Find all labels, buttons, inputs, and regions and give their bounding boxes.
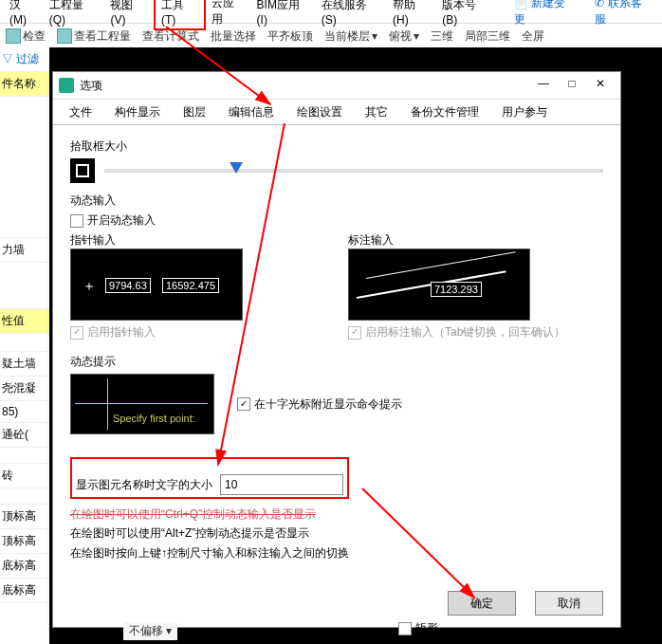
tab-drawsettings[interactable]: 绘图设置 <box>286 101 353 124</box>
left-row: 顶标高 <box>0 529 49 554</box>
menu-item[interactable]: 工程量(Q) <box>44 0 105 28</box>
tab-file[interactable]: 文件 <box>59 101 102 124</box>
pv2-num: 7123.293 <box>431 282 482 297</box>
tab-other[interactable]: 其它 <box>355 101 398 124</box>
left-row[interactable]: 性值 <box>0 309 49 334</box>
dynprompt-label: 动态提示 <box>70 354 603 370</box>
dyninput-label: 动态输入 <box>70 193 603 209</box>
tab-user[interactable]: 用户参与 <box>491 101 558 124</box>
tb-aligntop[interactable]: 平齐板顶 <box>262 28 319 45</box>
tb-floor[interactable]: 当前楼层 ▾ <box>319 28 383 45</box>
bottom-combo[interactable]: 不偏移 ▾ <box>123 622 177 640</box>
filter-button[interactable]: ▽ 过滤 <box>0 47 49 72</box>
menu-item[interactable]: 版本号(B) <box>436 0 496 28</box>
slider-thumb[interactable] <box>230 162 243 174</box>
tb-topview[interactable]: 俯视 ▾ <box>383 28 425 45</box>
menu-item[interactable]: BIM应用(I) <box>251 0 316 28</box>
checkbox-icon <box>70 326 83 340</box>
dialog-icon <box>59 78 74 93</box>
pointer-input-preview: ＋ 9794.63 16592.475 <box>70 248 243 321</box>
dialog-title: 选项 <box>80 78 102 94</box>
fontsize-input[interactable] <box>220 474 343 495</box>
dialog-body: 拾取框大小 动态输入 开启动态输入 指针输入 ＋ 9794.63 16592.4… <box>53 125 620 590</box>
pv3-text: Specify first point: <box>113 413 195 424</box>
menu-item[interactable]: 云应用 <box>206 0 251 29</box>
tb-batch[interactable]: 批量选择 <box>205 28 262 45</box>
qty-icon <box>57 28 72 44</box>
left-panel: ▽ 过滤 件名称 力墙 性值 疑土墙 尧混凝 85) 通砼( 砖 顶标高 顶标高… <box>0 47 50 644</box>
pickbox-label: 拾取框大小 <box>70 138 603 155</box>
dim-input-label: 标注输入 <box>348 232 603 248</box>
enable-dim-check[interactable]: 启用标注输入（Tab键切换，回车确认） <box>348 324 603 340</box>
tb-3d[interactable]: 三维 <box>425 28 459 45</box>
menu-item-tools[interactable]: 工具(T) <box>154 0 206 30</box>
menu-new-change[interactable]: 📄 新建变更 <box>508 0 582 29</box>
tip-strike: 在绘图时可以使用“Ctrl+Q”控制动态输入是否显示 <box>70 505 603 524</box>
checkbox-icon <box>237 397 250 411</box>
left-row: 尧混凝 <box>0 377 49 401</box>
tab-component[interactable]: 构件显示 <box>104 101 171 124</box>
tb-formula[interactable]: 查看计算式 <box>137 28 205 45</box>
tab-backup[interactable]: 备份文件管理 <box>400 101 489 124</box>
menu-contact[interactable]: ✆ 联系客服 <box>589 0 658 29</box>
tab-layer[interactable]: 图层 <box>173 101 216 124</box>
tab-editinfo[interactable]: 编辑信息 <box>218 101 285 124</box>
left-row: 顶标高 <box>0 505 49 529</box>
left-row: 疑土墙 <box>0 352 49 377</box>
menu-item[interactable]: 帮助(H) <box>387 0 436 28</box>
dynprompt-preview: Specify first point: <box>70 374 214 434</box>
dialog-tabs: 文件 构件显示 图层 编辑信息 绘图设置 其它 备份文件管理 用户参与 <box>53 100 620 125</box>
tb-local3d[interactable]: 局部三维 <box>459 28 516 45</box>
left-row: 底标高 <box>0 554 49 579</box>
options-dialog: 选项 ― □ ✕ 文件 构件显示 图层 编辑信息 绘图设置 其它 备份文件管理 … <box>52 71 621 628</box>
fontsize-label: 显示图元名称时文字的大小 <box>76 477 212 493</box>
tb-full[interactable]: 全屏 <box>516 28 550 45</box>
main-menubar: 汉(M) 工程量(Q) 视图(V) 工具(T) 云应用 BIM应用(I) 在线服… <box>0 0 662 24</box>
bottom-rect-check[interactable]: 矩形 <box>398 620 438 636</box>
tb-qty[interactable]: 查看工程量 <box>51 28 137 45</box>
left-row[interactable]: 件名称 <box>0 72 49 97</box>
tb-check[interactable]: 检查 <box>0 28 51 45</box>
close-button[interactable]: ✕ <box>586 77 615 94</box>
right-label[interactable]: 建斜墙 <box>626 121 660 138</box>
pickbox-slider[interactable] <box>104 169 603 173</box>
crosshair-icon: ＋ <box>83 278 96 295</box>
left-row: 85) <box>0 401 49 423</box>
dialog-titlebar: 选项 ― □ ✕ <box>53 72 620 100</box>
menu-item[interactable]: 在线服务(S) <box>316 0 387 28</box>
left-row: 通砼( <box>0 423 49 448</box>
checkbox-icon <box>398 622 412 635</box>
minimize-button[interactable]: ― <box>529 77 558 94</box>
ok-button[interactable]: 确定 <box>448 591 516 616</box>
enable-dyninput-check[interactable]: 开启动态输入 <box>70 212 603 229</box>
check-icon <box>6 28 21 44</box>
cancel-button[interactable]: 取消 <box>535 591 603 616</box>
pv1-num1: 9794.63 <box>105 278 151 293</box>
enable-pointer-check[interactable]: 启用指针输入 <box>70 324 325 340</box>
tip2: 在绘图时可以使用“Alt+Z”控制动态提示是否显示 <box>70 524 603 543</box>
menu-item[interactable]: 汉(M) <box>4 0 44 28</box>
checkbox-icon <box>348 326 361 340</box>
left-row: 底标高 <box>0 579 49 603</box>
maximize-button[interactable]: □ <box>558 77 586 94</box>
cross-prompt-check[interactable]: 在十字光标附近显示命令提示 <box>237 396 402 413</box>
dim-input-preview: 7123.293 <box>348 248 530 321</box>
right-label[interactable]: 两点 <box>637 74 660 90</box>
tip3: 在绘图时按向上键↑控制尺寸输入和标注输入之间的切换 <box>70 543 603 562</box>
pointer-input-label: 指针输入 <box>70 232 325 248</box>
left-row: 砖 <box>0 464 49 488</box>
pv1-num2: 16592.475 <box>162 278 219 293</box>
pickbox-preview <box>70 158 95 183</box>
menu-item[interactable]: 视图(V) <box>104 0 154 28</box>
left-row[interactable]: 力墙 <box>0 238 49 263</box>
checkbox-icon <box>70 214 83 228</box>
